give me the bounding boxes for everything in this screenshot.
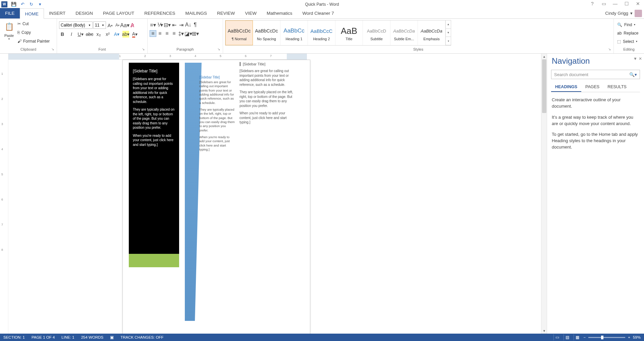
sidebar-blue-text[interactable]: [Sidebar Title] [Sidebars are great for … [199, 75, 235, 155]
sidebar-grey[interactable]: [Sidebar Title] [Sidebars are great for … [239, 62, 293, 128]
align-center-button[interactable]: ≡ [157, 30, 163, 37]
bullets-button[interactable]: ≡▾ [150, 21, 156, 28]
tab-word-cleaner[interactable]: Word Cleaner 7 [297, 8, 339, 18]
qat-dropdown-icon[interactable]: ▾ [36, 1, 44, 8]
ribbon-options-icon[interactable]: ▭ [599, 0, 608, 7]
sidebar-black[interactable]: [Sidebar Title] [Sidebars are great for … [129, 63, 179, 254]
status-line[interactable]: LINE: 1 [58, 335, 77, 339]
dialog-launcher-icon[interactable]: ↘ [51, 47, 54, 51]
read-mode-icon[interactable]: ▭ [553, 334, 561, 340]
nav-tab-results[interactable]: RESULTS [603, 82, 631, 92]
minimize-icon[interactable]: — [610, 0, 620, 7]
spelling-icon[interactable]: ▣ [107, 335, 117, 340]
tab-mathematics[interactable]: Mathematics [262, 8, 298, 18]
sort-button[interactable]: A↓ [185, 21, 192, 28]
shading-button[interactable]: ◪▾ [185, 30, 192, 37]
vertical-scrollbar[interactable]: ▲ ▼ [541, 54, 547, 334]
search-icon[interactable]: 🔍▾ [629, 72, 637, 77]
align-left-button[interactable]: ≡ [150, 30, 156, 37]
superscript-button[interactable]: x² [104, 31, 111, 38]
style-item[interactable]: AaBbCcDc¶ Normal [225, 20, 253, 45]
borders-button[interactable]: ⊞▾ [192, 30, 199, 37]
styles-scroll[interactable]: ▲▼▾ [445, 20, 451, 45]
zoom-slider[interactable] [588, 337, 625, 338]
save-icon[interactable]: 💾 [10, 1, 17, 8]
sidebar-green[interactable] [129, 254, 179, 267]
font-size-combo[interactable]: 11▼ [93, 21, 106, 29]
style-item[interactable]: AaBbCcDaSubtle Em... [390, 20, 418, 45]
style-item[interactable]: AaBbCcHeading 1 [280, 20, 308, 45]
select-button[interactable]: ⬚Select▾ [617, 38, 638, 45]
style-item[interactable]: AaBbCcCHeading 2 [308, 20, 335, 45]
zoom-in-icon[interactable]: + [628, 335, 630, 339]
find-button[interactable]: 🔍Find▾ [617, 21, 638, 29]
status-words[interactable]: 254 WORDS [78, 335, 107, 339]
help-icon[interactable]: ? [588, 0, 597, 7]
tab-page-layout[interactable]: PAGE LAYOUT [98, 8, 139, 18]
bold-button[interactable]: B [59, 31, 66, 38]
italic-button[interactable]: I [68, 31, 75, 38]
repeat-icon[interactable]: ↻ [28, 1, 35, 8]
increase-indent-button[interactable]: ⇥ [178, 21, 184, 28]
close-pane-icon[interactable]: ✕ [639, 56, 642, 61]
style-item[interactable]: AaBTitle [335, 20, 363, 45]
multilevel-button[interactable]: ⊟▾ [164, 21, 170, 28]
dialog-launcher-icon[interactable]: ↘ [217, 47, 220, 51]
page[interactable]: [Sidebar Title] [Sidebars are great for … [122, 60, 310, 334]
undo-icon[interactable]: ↶ [19, 1, 26, 8]
numbering-button[interactable]: ⅟▾ [157, 21, 163, 28]
tab-review[interactable]: REVIEW [212, 8, 240, 18]
font-color-button[interactable]: A▾ [131, 31, 138, 38]
tab-home[interactable]: HOME [20, 8, 44, 19]
change-case-button[interactable]: Aa▾ [121, 22, 128, 29]
grow-font-button[interactable]: A▴ [107, 22, 113, 29]
tab-references[interactable]: REFERENCES [139, 8, 180, 18]
cut-button[interactable]: ✂Cut [17, 20, 50, 27]
line-spacing-button[interactable]: ‡▾ [178, 30, 184, 37]
nav-tab-pages[interactable]: PAGES [581, 82, 603, 92]
paste-button[interactable]: 📋 Paste ▼ [2, 20, 16, 46]
format-painter-button[interactable]: 🖌Format Painter [17, 38, 50, 45]
status-page[interactable]: PAGE 1 OF 4 [28, 335, 58, 339]
dialog-launcher-icon[interactable]: ↘ [608, 47, 611, 51]
status-section[interactable]: SECTION: 1 [0, 335, 28, 339]
decrease-indent-button[interactable]: ⇤ [171, 21, 177, 28]
clear-format-button[interactable]: A̷ [129, 22, 136, 29]
text-effects-button[interactable]: A▾ [113, 31, 120, 38]
maximize-icon[interactable]: ☐ [622, 0, 631, 7]
zoom-level[interactable]: 59% [633, 335, 641, 339]
font-name-combo[interactable]: Calibri (Body)▼ [59, 21, 93, 29]
tab-mailings[interactable]: MAILINGS [180, 8, 212, 18]
justify-button[interactable]: ≡ [171, 30, 177, 37]
scroll-thumb[interactable] [542, 59, 546, 113]
status-track-changes[interactable]: TRACK CHANGES: OFF [117, 335, 167, 339]
zoom-out-icon[interactable]: − [584, 335, 586, 339]
style-item[interactable]: AaBbCcDaEmphasis [418, 20, 445, 45]
tab-insert[interactable]: INSERT [44, 8, 70, 18]
search-input[interactable]: Search document 🔍▾ [551, 70, 640, 79]
pane-options-icon[interactable]: ▼ [633, 56, 637, 61]
replace-button[interactable]: abReplace [617, 29, 638, 37]
nav-tab-headings[interactable]: HEADINGS [551, 82, 581, 92]
web-layout-icon[interactable]: ▦ [574, 334, 581, 340]
strike-button[interactable]: abc [86, 31, 93, 38]
zoom-handle[interactable] [601, 336, 603, 339]
style-item[interactable]: AaBbCcDSubtitle [363, 20, 390, 45]
tab-design[interactable]: DESIGN [70, 8, 98, 18]
styles-gallery[interactable]: AaBbCcDc¶ NormalAaBbCcDcNo SpacingAaBbCc… [225, 20, 451, 46]
tab-file[interactable]: FILE [0, 8, 20, 18]
style-item[interactable]: AaBbCcDcNo Spacing [253, 20, 280, 45]
print-layout-icon[interactable]: ▤ [564, 334, 571, 340]
align-right-button[interactable]: ≡ [164, 30, 170, 37]
tab-view[interactable]: VIEW [240, 8, 262, 18]
scroll-down-icon[interactable]: ▼ [541, 328, 547, 334]
account-menu[interactable]: Cindy Grigg ▾ [605, 8, 642, 18]
shrink-font-button[interactable]: A▾ [114, 22, 121, 29]
underline-button[interactable]: U▾ [77, 31, 84, 38]
show-marks-button[interactable]: ¶ [192, 21, 199, 28]
subscript-button[interactable]: x₂ [95, 31, 102, 38]
highlight-button[interactable]: ab▾ [122, 31, 129, 38]
close-icon[interactable]: ✕ [633, 0, 643, 7]
copy-button[interactable]: ⎘Copy [17, 29, 50, 36]
dialog-launcher-icon[interactable]: ↘ [142, 47, 145, 51]
